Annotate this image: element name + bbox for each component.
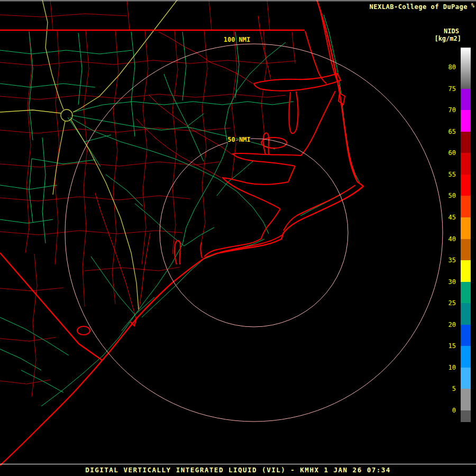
colorbar-tick: 75 <box>438 85 456 93</box>
range-ring-100nmi <box>65 44 443 422</box>
colorbar-tick: 5 <box>438 385 456 393</box>
colorbar-segment <box>461 196 471 217</box>
colorbar-segment <box>461 89 471 111</box>
colorbar-tick: 70 <box>438 106 456 114</box>
state-borders <box>0 30 305 360</box>
product-caption: DIGITAL VERTICALLY INTEGRATED LIQUID (VI… <box>0 466 476 474</box>
range-ring-50nmi <box>160 139 348 327</box>
colorbar-tick: 40 <box>438 235 456 243</box>
brand-mark: % <box>471 3 474 8</box>
colorbar-tick: 60 <box>438 149 456 157</box>
colorbar-segment <box>461 110 471 132</box>
top-divider-line <box>0 1 476 1</box>
range-ring-label-100: 100 NMI <box>224 36 251 43</box>
colorbar-segment <box>461 175 471 196</box>
brand-title: NEXLAB-College of DuPage <box>370 3 468 11</box>
bottom-divider-line <box>0 464 476 464</box>
range-rings <box>65 44 443 422</box>
colorbar-segment <box>461 217 471 239</box>
colorbar-tick-labels: 80757065605550454035302520151050 <box>438 48 458 422</box>
lake-waccamaw <box>77 326 90 335</box>
colorbar-segment <box>461 282 471 304</box>
pungo-river <box>263 133 269 154</box>
alligator-river <box>289 91 298 133</box>
raleigh-beltline-loop <box>61 109 72 121</box>
colorbar-segment <box>461 303 471 325</box>
colorbar-tick: 10 <box>438 363 456 372</box>
radar-display: 50 NMI 100 NMI NEXLAB-College of DuPage … <box>0 0 476 476</box>
colorbar-tick: 65 <box>438 127 456 136</box>
colorbar-tick: 80 <box>438 63 456 71</box>
range-ring-label-50: 50 NMI <box>227 136 250 143</box>
neuse-river <box>223 178 288 209</box>
colorbar-segment <box>461 260 471 282</box>
albemarle-sound <box>254 74 341 91</box>
colorbar-tick: 30 <box>438 278 456 286</box>
colorbar-tick: 20 <box>438 321 456 329</box>
colorbar-tick: 0 <box>438 406 456 415</box>
new-river <box>175 241 180 264</box>
colorbar-segment <box>461 325 471 346</box>
pamlico-sound-shore <box>301 91 335 155</box>
colorbar-segment <box>461 346 471 368</box>
water-bodies <box>77 10 356 335</box>
colorbar-segment <box>461 48 471 89</box>
units-label: [kg/m2] <box>434 35 461 42</box>
colorbar-tick: 15 <box>438 342 456 350</box>
roads-yellow <box>0 0 177 309</box>
radar-map-image: 50 NMI 100 NMI <box>0 0 476 476</box>
product-label: NIDS <box>444 28 459 35</box>
colorbar-tick: 45 <box>438 213 456 222</box>
colorbar-segment <box>461 389 471 410</box>
pamlico-river <box>233 153 301 166</box>
colorbar-segment <box>461 239 471 261</box>
roads-green <box>0 15 360 406</box>
colorbar-segment <box>461 132 471 153</box>
colorbar-segment <box>461 410 471 422</box>
colorbar-tick: 35 <box>438 256 456 264</box>
colorbar-tick: 50 <box>438 191 456 200</box>
colorbar-tick: 55 <box>438 170 456 179</box>
colorbar-segment <box>461 368 471 389</box>
colorbar <box>461 48 471 422</box>
colorbar-segment <box>461 153 471 175</box>
colorbar-tick: 25 <box>438 299 456 307</box>
county-lines <box>0 0 296 397</box>
